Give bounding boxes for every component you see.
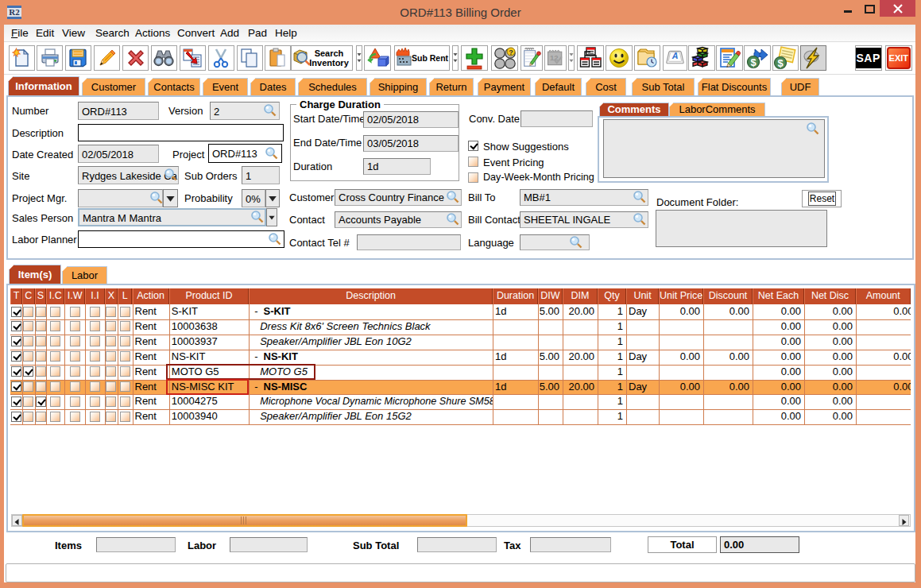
svg-text:?: ? [509,48,513,56]
svg-text:$: $ [750,56,757,68]
svg-text:A: A [671,51,678,60]
svg-text:Search: Search [315,48,344,58]
svg-text:Inventory: Inventory [309,58,349,68]
svg-text:Sub Rent: Sub Rent [412,53,449,63]
svg-text:$: $ [778,57,784,69]
svg-text:12: 12 [549,53,558,62]
